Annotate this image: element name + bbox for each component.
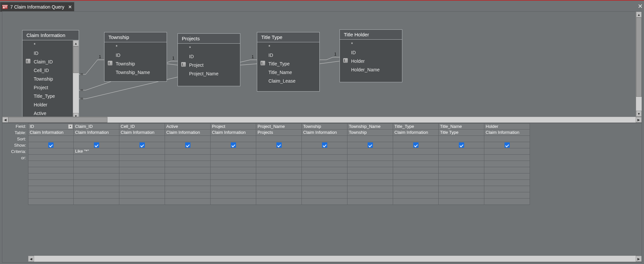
table-box[interactable]: Title Holder*IDHolderHolder_Name bbox=[340, 29, 402, 82]
qbe-cell[interactable] bbox=[74, 199, 119, 205]
field-row[interactable]: Title_Type bbox=[22, 92, 73, 100]
qbe-cell[interactable] bbox=[211, 186, 256, 192]
qbe-cell[interactable] bbox=[347, 192, 393, 199]
qbe-cell[interactable] bbox=[484, 136, 530, 142]
qbe-grid[interactable]: Field:Table:Sort:Show:Criteria:or: ID▾Cl… bbox=[2, 123, 642, 263]
qbe-cell[interactable] bbox=[256, 167, 302, 173]
qbe-cell[interactable] bbox=[347, 173, 393, 180]
vscroll-thumb[interactable] bbox=[636, 18, 642, 97]
qbe-cell[interactable] bbox=[119, 192, 165, 199]
field-row[interactable]: ID bbox=[257, 51, 319, 59]
field-row[interactable]: Holder_Name bbox=[340, 65, 402, 74]
table-box[interactable]: Projects*IDProjectProject_Name bbox=[178, 33, 240, 86]
qbe-cell[interactable] bbox=[393, 199, 439, 205]
qbe-hscroll[interactable]: ◀ ▶ bbox=[28, 256, 642, 262]
qbe-cell[interactable]: Claim Information bbox=[74, 130, 119, 136]
show-checkbox[interactable] bbox=[185, 142, 190, 148]
qbe-cell[interactable] bbox=[347, 180, 393, 186]
qbe-cell[interactable] bbox=[439, 186, 484, 192]
scroll-left-icon[interactable]: ◀ bbox=[2, 117, 8, 123]
qbe-cell[interactable] bbox=[119, 155, 165, 161]
qbe-cell[interactable] bbox=[74, 142, 119, 148]
qbe-cell[interactable] bbox=[439, 199, 484, 205]
qbe-cell[interactable] bbox=[165, 199, 211, 205]
qbe-cell[interactable] bbox=[28, 186, 74, 192]
qbe-cell[interactable]: Cell_ID bbox=[119, 123, 165, 130]
qbe-cell[interactable] bbox=[165, 192, 211, 199]
qbe-cell[interactable] bbox=[347, 136, 393, 142]
qbe-cell[interactable] bbox=[211, 142, 256, 148]
show-checkbox[interactable] bbox=[459, 142, 464, 148]
qbe-cell[interactable] bbox=[28, 161, 74, 167]
qbe-cell[interactable] bbox=[439, 167, 484, 173]
show-checkbox[interactable] bbox=[276, 142, 282, 148]
qbe-cell[interactable] bbox=[165, 148, 211, 155]
field-row[interactable]: Township bbox=[22, 75, 73, 83]
qbe-cell[interactable] bbox=[74, 136, 119, 142]
show-checkbox[interactable] bbox=[140, 142, 145, 148]
show-checkbox[interactable] bbox=[48, 142, 54, 148]
qbe-cell[interactable] bbox=[484, 180, 530, 186]
qbe-cell[interactable]: Claim_ID bbox=[74, 123, 119, 130]
qbe-cell[interactable] bbox=[165, 186, 211, 192]
field-row[interactable]: ID bbox=[178, 52, 240, 61]
qbe-cell[interactable]: Claim Information bbox=[484, 130, 530, 136]
qbe-cell[interactable] bbox=[256, 136, 302, 142]
qbe-cell[interactable] bbox=[484, 161, 530, 167]
qbe-cell[interactable] bbox=[211, 173, 256, 180]
scroll-left-icon[interactable]: ◀ bbox=[28, 256, 34, 262]
qbe-cell[interactable] bbox=[484, 192, 530, 199]
qbe-cell[interactable] bbox=[28, 136, 74, 142]
qbe-cell[interactable] bbox=[347, 148, 393, 155]
close-document-icon[interactable]: ✕ bbox=[638, 3, 643, 10]
table-box[interactable]: Township*IDTownshipTownship_Name bbox=[104, 32, 167, 82]
qbe-cell[interactable] bbox=[347, 186, 393, 192]
qbe-cell[interactable]: Claim Information bbox=[302, 130, 347, 136]
qbe-cell[interactable]: Project bbox=[211, 123, 256, 130]
qbe-cell[interactable] bbox=[393, 161, 439, 167]
qbe-cell[interactable] bbox=[119, 199, 165, 205]
qbe-cell[interactable] bbox=[28, 199, 74, 205]
qbe-cell[interactable] bbox=[28, 148, 74, 155]
field-row[interactable]: Cell_ID bbox=[22, 66, 73, 75]
qbe-cell[interactable] bbox=[119, 148, 165, 155]
show-checkbox[interactable] bbox=[368, 142, 373, 148]
scroll-right-icon[interactable]: ▶ bbox=[636, 256, 642, 262]
qbe-cell[interactable] bbox=[256, 186, 302, 192]
qbe-cell[interactable]: Claim Information bbox=[28, 130, 74, 136]
field-row[interactable]: Project bbox=[178, 61, 240, 69]
table-header[interactable]: Title Holder bbox=[340, 30, 402, 40]
qbe-cell[interactable] bbox=[256, 155, 302, 161]
qbe-cell[interactable]: Claim Information bbox=[211, 130, 256, 136]
close-tab-icon[interactable]: ✕ bbox=[68, 4, 72, 10]
qbe-cell[interactable] bbox=[393, 136, 439, 142]
qbe-cell[interactable]: Active bbox=[165, 123, 211, 130]
table-header[interactable]: Claim Information bbox=[22, 30, 79, 40]
qbe-cell[interactable] bbox=[211, 199, 256, 205]
qbe-cell[interactable] bbox=[484, 155, 530, 161]
qbe-cell[interactable] bbox=[119, 142, 165, 148]
qbe-cell[interactable] bbox=[211, 161, 256, 167]
qbe-cell[interactable] bbox=[347, 161, 393, 167]
qbe-cell[interactable] bbox=[302, 148, 347, 155]
qbe-cell[interactable]: Title_Name bbox=[439, 123, 484, 130]
qbe-cell[interactable] bbox=[256, 192, 302, 199]
qbe-cell[interactable] bbox=[302, 199, 347, 205]
qbe-cell[interactable]: Township_Name bbox=[347, 123, 393, 130]
qbe-cell[interactable] bbox=[302, 180, 347, 186]
qbe-cell[interactable] bbox=[347, 199, 393, 205]
qbe-cell[interactable] bbox=[484, 186, 530, 192]
vscroll-thumb[interactable] bbox=[73, 46, 79, 73]
qbe-cell[interactable] bbox=[256, 180, 302, 186]
qbe-cell[interactable] bbox=[439, 148, 484, 155]
scroll-right-icon[interactable]: ▶ bbox=[636, 117, 642, 123]
qbe-cell[interactable] bbox=[74, 161, 119, 167]
qbe-cell[interactable]: ID▾ bbox=[28, 123, 74, 130]
qbe-cell[interactable] bbox=[211, 167, 256, 173]
scroll-down-icon[interactable]: ▼ bbox=[636, 111, 642, 117]
qbe-cell[interactable] bbox=[165, 167, 211, 173]
field-row[interactable]: Project bbox=[22, 83, 73, 92]
relationship-pane[interactable]: Claim Information*IDClaim_IDCell_IDTowns… bbox=[2, 11, 642, 123]
qbe-cell[interactable] bbox=[484, 167, 530, 173]
qbe-cell[interactable] bbox=[439, 161, 484, 167]
